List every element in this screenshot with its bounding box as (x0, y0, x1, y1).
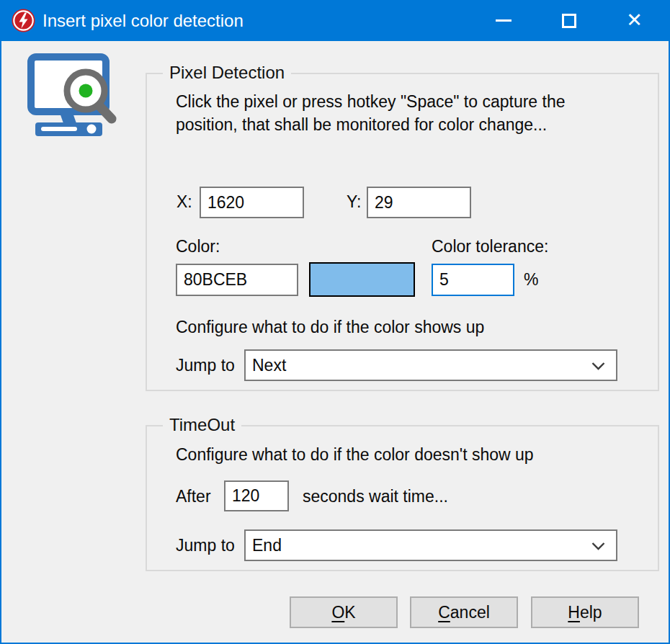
jump-to-selected-value: Next (252, 356, 286, 375)
color-tolerance-label: Color tolerance: (432, 237, 548, 256)
minimize-button[interactable] (470, 0, 536, 41)
capture-instruction-text: Click the pixel or press hotkey "Space" … (176, 90, 622, 136)
maximize-icon (562, 14, 576, 28)
x-coordinate-input[interactable] (200, 187, 304, 218)
close-icon: ✕ (626, 11, 643, 30)
timeout-group-title: TimeOut (163, 415, 241, 435)
chevron-down-icon (591, 356, 605, 375)
timeout-jump-to-select[interactable]: End (244, 529, 617, 561)
chevron-down-icon (591, 536, 605, 555)
pixel-detection-group-title: Pixel Detection (163, 63, 291, 83)
wait-seconds-input[interactable] (224, 480, 289, 511)
timeout-jump-to-selected-value: End (252, 536, 282, 555)
color-tolerance-input[interactable] (432, 264, 514, 296)
timeout-group: TimeOut Configure what to do if the colo… (146, 425, 659, 571)
macro-recorder-lightning-icon (12, 9, 35, 32)
help-button-mnemonic: H (568, 603, 580, 622)
titlebar[interactable]: Insert pixel color detection ✕ (0, 0, 670, 41)
y-label: Y: (347, 192, 361, 212)
help-button-label: elp (580, 603, 602, 622)
cancel-button-label: ancel (450, 603, 490, 622)
cancel-button-mnemonic: C (438, 603, 450, 622)
color-label: Color: (176, 237, 220, 256)
window-title: Insert pixel color detection (43, 11, 244, 31)
dialog-window: Insert pixel color detection ✕ P (0, 0, 670, 644)
jump-to-select[interactable]: Next (244, 349, 617, 381)
seconds-wait-time-label: seconds wait time... (303, 487, 448, 506)
minimize-icon (496, 19, 512, 22)
caption-buttons: ✕ (470, 0, 667, 41)
timeout-jump-to-label: Jump to (176, 536, 235, 555)
cancel-button[interactable]: Cancel (410, 596, 518, 628)
close-button[interactable]: ✕ (602, 0, 667, 41)
ok-button[interactable]: OK (290, 596, 398, 628)
color-hex-input[interactable] (176, 264, 298, 296)
jump-to-label: Jump to (176, 356, 235, 375)
pixel-detection-group: Pixel Detection Click the pixel or press… (146, 73, 659, 391)
ok-button-mnemonic: O (331, 603, 344, 622)
color-swatch[interactable] (309, 262, 415, 297)
percent-label: % (524, 270, 538, 290)
pixel-detection-monitor-icon (27, 53, 118, 140)
configure-doesnt-show-up-text: Configure what to do if the color doesn'… (176, 445, 534, 465)
y-coordinate-input[interactable] (367, 187, 471, 218)
x-label: X: (177, 192, 192, 212)
maximize-button[interactable] (536, 0, 602, 41)
ok-button-label: K (344, 603, 355, 622)
after-label: After (176, 487, 211, 506)
help-button[interactable]: Help (531, 596, 639, 628)
configure-shows-up-text: Configure what to do if the color shows … (176, 318, 484, 337)
